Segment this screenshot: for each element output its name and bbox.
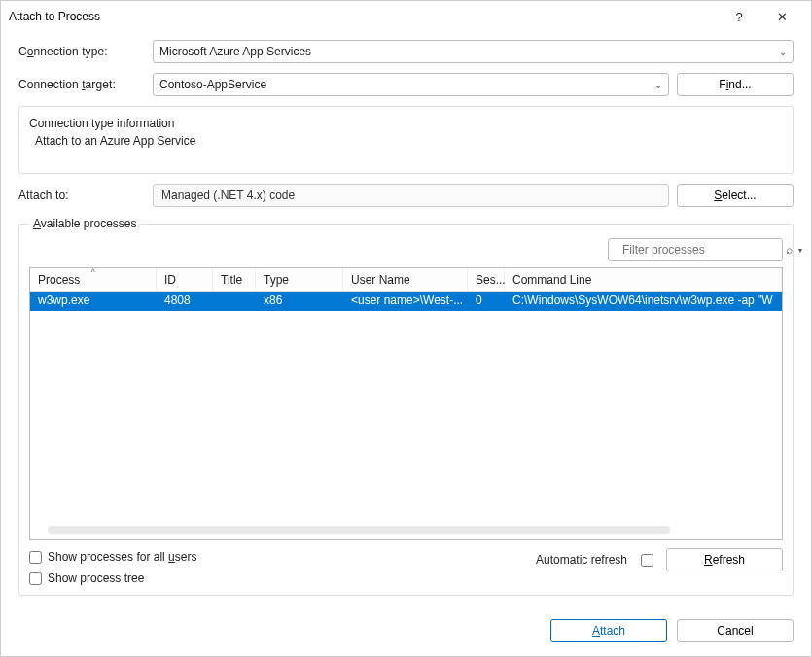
- table-row[interactable]: w3wp.exe 4808 x86 <user name>\West-... 0…: [30, 292, 782, 311]
- column-session[interactable]: Ses...: [468, 268, 505, 291]
- chevron-down-icon[interactable]: ▾: [798, 246, 802, 255]
- connection-info-heading: Connection type information: [29, 115, 783, 132]
- cell-user: <user name>\West-...: [343, 292, 468, 311]
- filter-text[interactable]: [617, 238, 774, 261]
- chevron-down-icon: ⌄: [654, 80, 662, 90]
- horizontal-scrollbar[interactable]: [48, 526, 670, 534]
- help-button[interactable]: ?: [718, 1, 760, 32]
- attach-to-process-dialog: Attach to Process ? ✕ Connection type: M…: [0, 0, 812, 657]
- connection-type-label: Connection type:: [18, 45, 145, 58]
- dialog-footer: Attach Cancel: [18, 605, 794, 642]
- close-button[interactable]: ✕: [760, 1, 803, 32]
- column-command-line[interactable]: Command Line: [505, 268, 782, 291]
- table-header: Process ID Title Type User Name Ses... C…: [30, 268, 782, 292]
- process-table: Process ID Title Type User Name Ses... C…: [29, 267, 783, 540]
- filter-row: ⌕ ▾: [29, 238, 783, 261]
- cell-process: w3wp.exe: [30, 292, 157, 311]
- cell-command-line: C:\Windows\SysWOW64\inetsrv\w3wp.exe -ap…: [505, 292, 782, 311]
- select-button[interactable]: Select...: [677, 184, 794, 207]
- attach-to-label: Attach to:: [18, 189, 145, 202]
- column-process[interactable]: Process: [30, 268, 157, 291]
- connection-target-select[interactable]: Contoso-AppService ⌄: [153, 73, 669, 96]
- connection-type-row: Connection type: Microsoft Azure App Ser…: [18, 40, 794, 63]
- refresh-button[interactable]: Refresh: [666, 548, 783, 571]
- close-icon: ✕: [777, 10, 788, 24]
- attach-to-row: Attach to: Managed (.NET 4.x) code Selec…: [18, 184, 794, 207]
- processes-footer: Show processes for all users Show proces…: [29, 548, 783, 585]
- connection-target-row: Connection target: Contoso-AppService ⌄ …: [18, 73, 794, 96]
- available-processes-legend: Available processes: [29, 217, 141, 230]
- chevron-down-icon: ⌄: [779, 47, 787, 57]
- column-id[interactable]: ID: [157, 268, 213, 291]
- column-title[interactable]: Title: [213, 268, 256, 291]
- show-all-users-checkbox[interactable]: Show processes for all users: [29, 550, 196, 564]
- search-icon: ⌕: [786, 243, 793, 257]
- connection-type-select[interactable]: Microsoft Azure App Services ⌄: [153, 40, 794, 63]
- automatic-refresh-checkbox[interactable]: [641, 554, 653, 567]
- attach-button[interactable]: Attach: [550, 619, 667, 642]
- show-process-tree-checkbox[interactable]: Show process tree: [29, 571, 196, 585]
- cell-session: 0: [468, 292, 505, 311]
- filter-processes-input[interactable]: ⌕ ▾: [608, 238, 783, 261]
- titlebar: Attach to Process ? ✕: [1, 1, 811, 32]
- column-user-name[interactable]: User Name: [343, 268, 468, 291]
- find-button[interactable]: Find...: [677, 73, 794, 96]
- available-processes-group: Available processes ⌕ ▾ Process ID Title…: [18, 217, 794, 596]
- attach-to-field: Managed (.NET 4.x) code: [153, 184, 669, 207]
- connection-info-box: Connection type information Attach to an…: [18, 106, 794, 174]
- connection-info-text: Attach to an Azure App Service: [29, 132, 783, 150]
- cancel-button[interactable]: Cancel: [677, 619, 794, 642]
- dialog-title: Attach to Process: [9, 10, 718, 23]
- column-type[interactable]: Type: [256, 268, 343, 291]
- connection-target-label: Connection target:: [18, 78, 145, 91]
- automatic-refresh-label: Automatic refresh: [536, 553, 627, 567]
- cell-type: x86: [256, 292, 343, 311]
- cell-id: 4808: [157, 292, 213, 311]
- cell-title: [213, 292, 256, 311]
- dialog-body: Connection type: Microsoft Azure App Ser…: [1, 32, 811, 656]
